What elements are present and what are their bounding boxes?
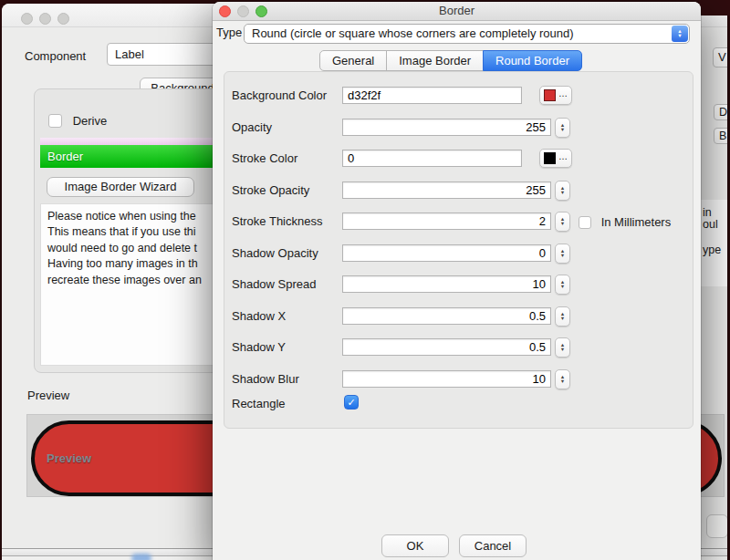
right-strip-d-button[interactable]: D (714, 104, 727, 120)
minimize-icon[interactable] (39, 13, 51, 25)
form-row: Stroke Thickness ▲▼ In Millimeters (224, 213, 693, 233)
spinner-arrows-icon[interactable]: ▲▼ (555, 306, 570, 327)
form-row: Stroke Color … (224, 150, 693, 170)
form-row: Stroke Opacity ▲▼ (224, 181, 693, 202)
desktop-background (699, 0, 730, 16)
text-fragment: in (703, 206, 712, 219)
shadow-spread-input[interactable] (342, 275, 551, 293)
spinner-arrows-icon[interactable]: ▲▼ (555, 275, 570, 295)
background-color-swatch-button[interactable]: … (539, 86, 572, 105)
millimeters-option: In Millimeters (579, 214, 671, 229)
border-dialog: Border Type Round (circle or square whos… (213, 2, 701, 560)
spinner-arrows-icon[interactable]: ▲▼ (555, 337, 570, 358)
form-row: Shadow X ▲▼ (224, 307, 693, 327)
rectangle-checkbox[interactable]: ✓ (344, 395, 359, 410)
field-label: Shadow Y (232, 338, 286, 356)
color-square-icon (544, 89, 556, 101)
in-millimeters-label: In Millimeters (601, 215, 672, 229)
derive-checkbox[interactable] (48, 114, 62, 128)
stroke-color-input[interactable] (342, 150, 522, 167)
background-color-input[interactable] (342, 87, 522, 104)
ok-button[interactable]: OK (381, 534, 449, 557)
spinner-arrows-icon[interactable]: ▲▼ (555, 244, 570, 264)
shadow-y-input[interactable] (342, 338, 551, 356)
close-icon[interactable] (21, 13, 33, 25)
derive-row: Derive (48, 113, 107, 128)
cancel-button[interactable]: Cancel (459, 534, 527, 557)
shadow-blur-input[interactable] (342, 370, 551, 388)
stroke-color-swatch-button[interactable]: … (539, 149, 572, 168)
field-label: Shadow Spread (232, 275, 317, 293)
spinner-arrows-icon[interactable]: ▲▼ (555, 181, 570, 201)
form-row: Opacity ▲▼ (224, 119, 693, 139)
type-row: Type Round (circle or square whose corne… (213, 23, 701, 45)
right-strip-b-button[interactable]: B (714, 128, 727, 144)
image-border-wizard-button[interactable]: Image Border Wizard (47, 177, 194, 197)
preview-label: Preview (27, 389, 69, 402)
right-strip-text: in oul ype (701, 200, 727, 286)
form-row: Shadow Opacity ▲▼ (224, 244, 693, 264)
derive-label: Derive (73, 114, 108, 128)
round-border-form: Rectangle ✓ Background Color … Opacity ▲… (224, 71, 694, 429)
minimize-icon (237, 5, 249, 17)
type-label: Type (216, 26, 242, 39)
form-row: Background Color … (224, 87, 693, 107)
rectangle-row: Rectangle ✓ (224, 395, 693, 415)
text-fragment: ype (703, 244, 721, 256)
right-strip-v-button[interactable]: V (713, 47, 727, 67)
in-millimeters-checkbox[interactable] (579, 216, 591, 229)
form-row: Shadow Blur ▲▼ (224, 370, 693, 390)
component-label: Component (25, 49, 86, 63)
stroke-thickness-input[interactable] (342, 213, 551, 230)
screenshot-canvas: Component Label Background Derive Border… (0, 0, 730, 560)
tab-general[interactable]: General (319, 50, 387, 71)
opacity-input[interactable] (342, 119, 551, 136)
field-label: Shadow X (232, 307, 286, 325)
field-label: Stroke Opacity (232, 181, 309, 199)
field-label: Stroke Color (232, 150, 297, 167)
spinner-arrows-icon[interactable]: ▲▼ (555, 212, 570, 232)
field-label: Stroke Thickness (232, 213, 322, 230)
spinner-arrows-icon[interactable]: ▲▼ (555, 369, 570, 389)
form-row: Shadow Spread ▲▼ (224, 275, 693, 296)
rectangle-label: Rectangle (232, 395, 286, 412)
ellipsis-icon: … (558, 151, 568, 161)
shadow-opacity-input[interactable] (342, 244, 551, 262)
focused-control-fragment (131, 554, 151, 560)
spinner-arrows-icon[interactable]: ▲▼ (555, 118, 570, 138)
right-strip-button-corner (706, 514, 727, 538)
field-label: Opacity (232, 119, 272, 136)
text-fragment: oul (703, 218, 718, 231)
tab-bar: GeneralImage BorderRound Border (319, 50, 582, 71)
color-square-icon (544, 152, 556, 164)
field-label: Shadow Opacity (232, 244, 318, 262)
combobox-arrows-icon[interactable]: ▲▼ (672, 26, 688, 42)
stroke-opacity-input[interactable] (342, 181, 551, 199)
dialog-title: Border (213, 2, 701, 20)
field-label: Shadow Blur (232, 370, 299, 388)
dialog-titlebar: Border (213, 2, 701, 21)
tab-round-border[interactable]: Round Border (483, 50, 582, 71)
field-label: Background Color (232, 87, 327, 104)
ellipsis-icon: … (558, 88, 568, 99)
component-combobox[interactable]: Label (107, 43, 218, 66)
close-icon[interactable] (219, 5, 231, 17)
shadow-x-input[interactable] (342, 307, 551, 325)
form-row: Shadow Y ▲▼ (224, 338, 693, 358)
tab-image-border[interactable]: Image Border (386, 50, 484, 71)
type-value: Round (circle or square whose corners ar… (252, 26, 574, 40)
zoom-icon[interactable] (57, 13, 69, 25)
zoom-icon[interactable] (256, 5, 267, 17)
border-type-combobox[interactable]: Round (circle or square whose corners ar… (244, 24, 690, 44)
